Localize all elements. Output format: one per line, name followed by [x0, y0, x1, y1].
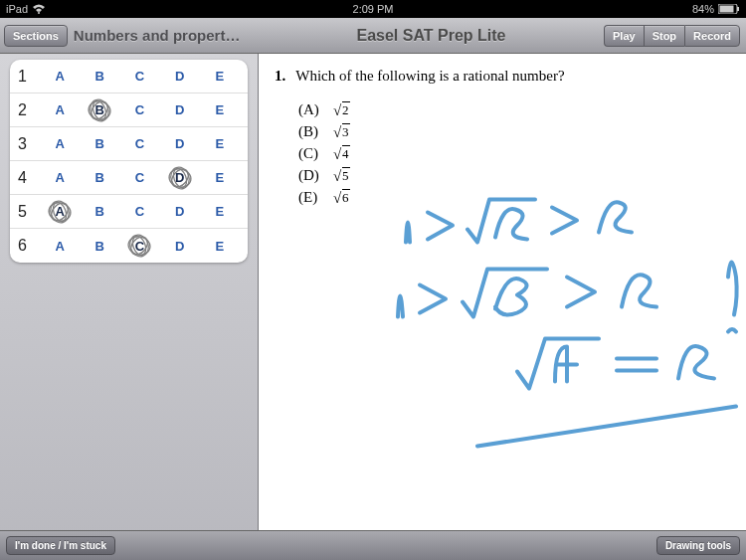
question-index: 6	[18, 237, 40, 255]
answer-row: 6ABCDE	[10, 229, 248, 263]
option-label: (A)	[298, 101, 326, 118]
option-row[interactable]: (C)4	[298, 142, 730, 164]
pencil-scribble-icon	[125, 232, 153, 260]
choice-group: ABCDE	[40, 200, 240, 224]
answer-choice-d[interactable]: D	[168, 200, 192, 224]
answer-choice-c[interactable]: C	[127, 200, 151, 224]
svg-rect-1	[720, 6, 734, 13]
answer-choice-a[interactable]: A	[48, 200, 72, 224]
clock: 2:09 PM	[0, 3, 746, 15]
question-text: Which of the following is a rational num…	[295, 68, 564, 85]
answer-choice-e[interactable]: E	[208, 166, 232, 190]
wifi-icon	[32, 4, 46, 14]
answer-row: 5ABCDE	[10, 195, 248, 229]
answer-choice-c[interactable]: C	[127, 98, 151, 122]
top-toolbar: Sections Numbers and propert… Easel SAT …	[0, 18, 746, 54]
answer-choice-d[interactable]: D	[168, 132, 192, 156]
choice-group: ABCDE	[40, 98, 240, 122]
question-number: 1.	[275, 68, 285, 85]
option-value: 5	[340, 167, 350, 184]
answer-choice-a[interactable]: A	[48, 234, 72, 258]
answer-row: 1ABCDE	[10, 60, 248, 93]
svg-rect-2	[737, 7, 739, 11]
app-title: Easel SAT Prep Lite	[259, 27, 604, 45]
pencil-scribble-icon	[46, 198, 74, 226]
answer-choice-c[interactable]: C	[127, 65, 151, 89]
answer-choice-a[interactable]: A	[48, 132, 72, 156]
answer-choice-c[interactable]: C	[127, 166, 151, 190]
option-row[interactable]: (D)5	[298, 164, 730, 186]
stop-button[interactable]: Stop	[644, 25, 684, 47]
choice-group: ABCDE	[40, 234, 240, 258]
answer-panel: 1ABCDE2ABCDE3ABCDE4ABCDE5ABCDE6ABCDE	[10, 60, 248, 263]
question-index: 3	[18, 135, 40, 153]
options-list: (A)2(B)3(C)4(D)5(E)6	[275, 98, 730, 208]
answer-choice-a[interactable]: A	[48, 65, 72, 89]
option-row[interactable]: (A)2	[298, 98, 730, 120]
answer-choice-d[interactable]: D	[168, 98, 192, 122]
answer-choice-c[interactable]: C	[127, 132, 151, 156]
answer-choice-e[interactable]: E	[208, 234, 232, 258]
answer-choice-b[interactable]: B	[88, 166, 111, 190]
question-area[interactable]: 1. Which of the following is a rational …	[259, 54, 746, 560]
question-index: 5	[18, 203, 40, 221]
answer-choice-e[interactable]: E	[208, 65, 232, 89]
answer-choice-a[interactable]: A	[48, 166, 72, 190]
option-value: 3	[340, 123, 350, 140]
question-index: 4	[18, 169, 40, 187]
answer-row: 2ABCDE	[10, 93, 248, 127]
choice-group: ABCDE	[40, 166, 240, 190]
question-index: 1	[18, 68, 40, 86]
option-row[interactable]: (E)6	[298, 186, 730, 208]
answer-sidebar: 1ABCDE2ABCDE3ABCDE4ABCDE5ABCDE6ABCDE	[0, 54, 259, 560]
answer-row: 4ABCDE	[10, 161, 248, 195]
answer-choice-d[interactable]: D	[168, 234, 192, 258]
answer-row: 3ABCDE	[10, 127, 248, 161]
answer-choice-e[interactable]: E	[208, 98, 232, 122]
choice-group: ABCDE	[40, 65, 240, 89]
battery-percent: 84%	[692, 3, 714, 15]
bottom-bar-right: Drawing tools	[259, 530, 746, 560]
answer-choice-d[interactable]: D	[168, 65, 192, 89]
option-label: (C)	[298, 145, 326, 162]
battery-icon	[718, 4, 740, 14]
pencil-scribble-icon	[166, 164, 194, 192]
section-title: Numbers and propert…	[74, 27, 241, 44]
play-button[interactable]: Play	[604, 25, 644, 47]
status-bar: iPad 2:09 PM 84%	[0, 0, 746, 18]
answer-choice-d[interactable]: D	[168, 166, 192, 190]
option-value: 2	[340, 101, 350, 118]
answer-choice-b[interactable]: B	[88, 132, 111, 156]
option-value: 6	[340, 189, 350, 206]
option-row[interactable]: (B)3	[298, 120, 730, 142]
answer-choice-e[interactable]: E	[208, 132, 232, 156]
answer-choice-b[interactable]: B	[88, 65, 111, 89]
device-label: iPad	[6, 3, 28, 15]
answer-choice-b[interactable]: B	[88, 200, 111, 224]
choice-group: ABCDE	[40, 132, 240, 156]
pencil-scribble-icon	[86, 96, 113, 124]
option-label: (B)	[298, 123, 326, 140]
answer-choice-e[interactable]: E	[208, 200, 232, 224]
sections-button[interactable]: Sections	[4, 25, 68, 47]
answer-choice-c[interactable]: C	[127, 234, 151, 258]
option-value: 4	[340, 145, 350, 162]
answer-choice-b[interactable]: B	[88, 234, 111, 258]
record-button[interactable]: Record	[684, 25, 740, 47]
answer-choice-a[interactable]: A	[48, 98, 72, 122]
question-index: 2	[18, 101, 40, 119]
drawing-tools-button[interactable]: Drawing tools	[656, 536, 740, 555]
option-label: (D)	[298, 167, 326, 184]
answer-choice-b[interactable]: B	[88, 98, 111, 122]
playback-controls: Play Stop Record	[604, 25, 746, 47]
done-button[interactable]: I'm done / I'm stuck	[6, 536, 115, 555]
bottom-bar-left: I'm done / I'm stuck	[0, 530, 259, 560]
option-label: (E)	[298, 189, 326, 206]
